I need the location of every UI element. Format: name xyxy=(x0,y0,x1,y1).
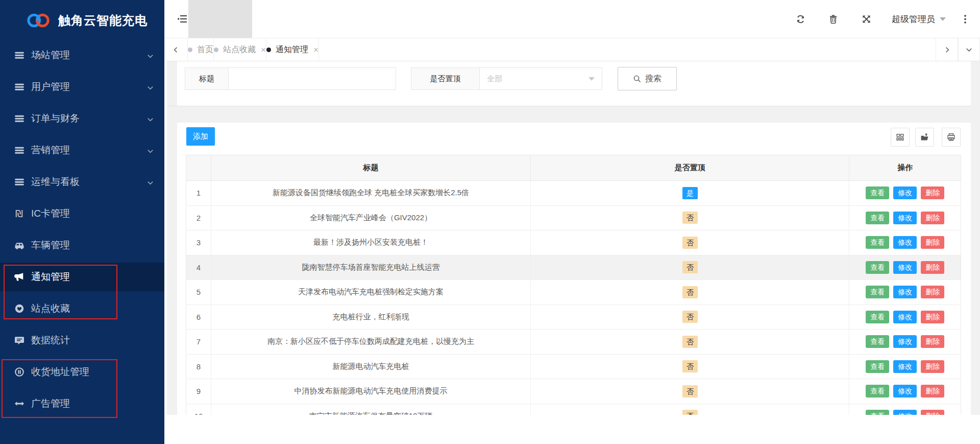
ic-card-icon: ₪ xyxy=(14,208,24,219)
sidebar-item[interactable]: ₪ IC卡管理 xyxy=(0,199,164,228)
add-button[interactable]: 添加 xyxy=(186,127,215,146)
pinned-badge: 是 xyxy=(682,187,698,199)
row-index: 5 xyxy=(186,280,211,305)
more-menu-icon[interactable] xyxy=(963,14,967,24)
edit-button[interactable]: 修改 xyxy=(893,410,917,415)
sidebar-item[interactable]: 场站管理 xyxy=(0,41,164,69)
tabs-scroll-right-icon[interactable] xyxy=(936,38,958,61)
row-index: 7 xyxy=(186,330,211,354)
delete-button[interactable]: 删除 xyxy=(921,311,944,323)
pinned-badge: 否 xyxy=(682,410,698,415)
page-tab-label: 首页 xyxy=(197,44,213,55)
view-button[interactable]: 查看 xyxy=(866,186,889,199)
scrollbar-track[interactable] xyxy=(971,61,980,415)
row-index: 1 xyxy=(186,181,211,205)
sidebar-item-label: IC卡管理 xyxy=(31,207,70,220)
tabs-dropdown-icon[interactable] xyxy=(958,38,980,61)
edit-button[interactable]: 修改 xyxy=(893,212,917,224)
page-tab[interactable]: 首页 × xyxy=(188,38,214,61)
sidebar-item[interactable]: 车辆管理 xyxy=(0,231,164,260)
search-button[interactable]: 搜索 xyxy=(618,67,677,90)
trash-icon[interactable] xyxy=(828,14,838,24)
notices-table: 标题 是否置顶 操作 1 新能源设备国货继续领跑全球 充电桩全球买家数增长2.5… xyxy=(186,155,961,415)
view-button[interactable]: 查看 xyxy=(866,212,889,224)
chevron-down-icon xyxy=(146,147,154,154)
sidebar-fold-icon[interactable] xyxy=(177,14,187,24)
heart-icon xyxy=(14,303,24,314)
app-window: 触角云智能充电 场站管理 用户管理 订单与财务 xyxy=(0,0,980,444)
view-button[interactable]: 查看 xyxy=(866,410,889,415)
sidebar-item[interactable]: 订单与财务 xyxy=(0,104,164,133)
page-tab[interactable]: 通知管理 × xyxy=(266,38,319,61)
nav-menu-tab[interactable] xyxy=(188,0,252,38)
delete-button[interactable]: 删除 xyxy=(921,186,944,199)
title-filter-input[interactable] xyxy=(228,67,396,90)
view-button[interactable]: 查看 xyxy=(866,360,889,373)
refresh-icon[interactable] xyxy=(796,14,805,24)
sidebar: 触角云智能充电 场站管理 用户管理 订单与财务 xyxy=(0,0,164,444)
edit-button[interactable]: 修改 xyxy=(893,186,917,199)
chevron-down-icon xyxy=(146,115,154,123)
page-tab-label: 通知管理 xyxy=(276,44,308,55)
delete-button[interactable]: 删除 xyxy=(921,360,944,373)
table-row: 10 南宁市新能源汽车保有量突破10万辆 否 查看 修改 删除 xyxy=(186,404,961,415)
view-button[interactable]: 查看 xyxy=(866,236,889,249)
edit-button[interactable]: 修改 xyxy=(893,286,917,298)
pinned-filter-select[interactable]: 全部 xyxy=(479,67,602,90)
row-title: 全球智能汽车产业峰会（GIV2022） xyxy=(211,206,531,230)
export-button[interactable] xyxy=(915,128,934,147)
close-icon[interactable]: × xyxy=(313,45,318,54)
delete-button[interactable]: 删除 xyxy=(921,385,944,398)
sidebar-item[interactable]: 用户管理 xyxy=(0,73,164,101)
delete-button[interactable]: 删除 xyxy=(921,286,944,298)
close-icon[interactable]: × xyxy=(261,45,266,54)
view-button[interactable]: 查看 xyxy=(866,286,889,298)
page-tab[interactable]: 站点收藏 × xyxy=(214,38,266,61)
view-button[interactable]: 查看 xyxy=(866,311,889,323)
page-gutter-band xyxy=(167,106,971,123)
tab-dot-icon xyxy=(188,48,192,52)
view-button[interactable]: 查看 xyxy=(866,261,889,274)
row-title: 天津发布电动汽车充电桩强制检定实施方案 xyxy=(211,280,531,305)
search-button-label: 搜索 xyxy=(645,74,662,84)
row-index: 2 xyxy=(186,206,211,230)
sidebar-item[interactable]: 数据统计 xyxy=(0,326,164,355)
sidebar-item[interactable]: 收货地址管理 xyxy=(0,358,164,386)
edit-button[interactable]: 修改 xyxy=(893,360,917,373)
view-button[interactable]: 查看 xyxy=(866,385,889,398)
sidebar-menu: 场站管理 用户管理 订单与财务 xyxy=(0,41,164,418)
edit-button[interactable]: 修改 xyxy=(893,335,917,348)
sidebar-item-label: 站点收藏 xyxy=(31,302,70,315)
sidebar-item-label: 车辆管理 xyxy=(31,239,70,252)
user-dropdown[interactable]: 超级管理员 xyxy=(892,0,946,38)
comment-icon xyxy=(14,335,24,346)
rings-logo-icon xyxy=(26,11,51,30)
fullscreen-icon[interactable] xyxy=(862,14,871,24)
delete-button[interactable]: 删除 xyxy=(921,335,944,348)
sidebar-item[interactable]: 广告管理 xyxy=(0,389,164,418)
delete-button[interactable]: 删除 xyxy=(921,410,944,415)
edit-button[interactable]: 修改 xyxy=(893,385,917,398)
delete-button[interactable]: 删除 xyxy=(921,236,944,249)
row-title: 南宁市新能源汽车保有量突破10万辆 xyxy=(211,404,531,415)
view-button[interactable]: 查看 xyxy=(866,335,889,348)
sidebar-item[interactable]: 通知管理 xyxy=(0,263,164,291)
sidebar-item[interactable]: 站点收藏 xyxy=(0,294,164,323)
sidebar-item-label: 场站管理 xyxy=(31,49,70,62)
header-index xyxy=(186,155,211,180)
tabs-scroll-left-icon[interactable] xyxy=(164,38,188,61)
sidebar-item[interactable]: 运维与看板 xyxy=(0,168,164,196)
sidebar-item[interactable]: 营销管理 xyxy=(0,136,164,165)
user-name: 超级管理员 xyxy=(892,13,935,25)
app-title: 触角云智能充电 xyxy=(58,12,148,29)
delete-button[interactable]: 删除 xyxy=(921,212,944,224)
nav-menu-tab[interactable] xyxy=(252,0,316,38)
edit-button[interactable]: 修改 xyxy=(893,261,917,274)
edit-button[interactable]: 修改 xyxy=(893,236,917,249)
print-button[interactable] xyxy=(942,128,961,147)
edit-button[interactable]: 修改 xyxy=(893,311,917,323)
delete-button[interactable]: 删除 xyxy=(921,261,944,274)
columns-toggle-button[interactable] xyxy=(891,128,910,147)
megaphone-icon xyxy=(14,272,24,283)
chevron-down-icon xyxy=(146,83,154,91)
